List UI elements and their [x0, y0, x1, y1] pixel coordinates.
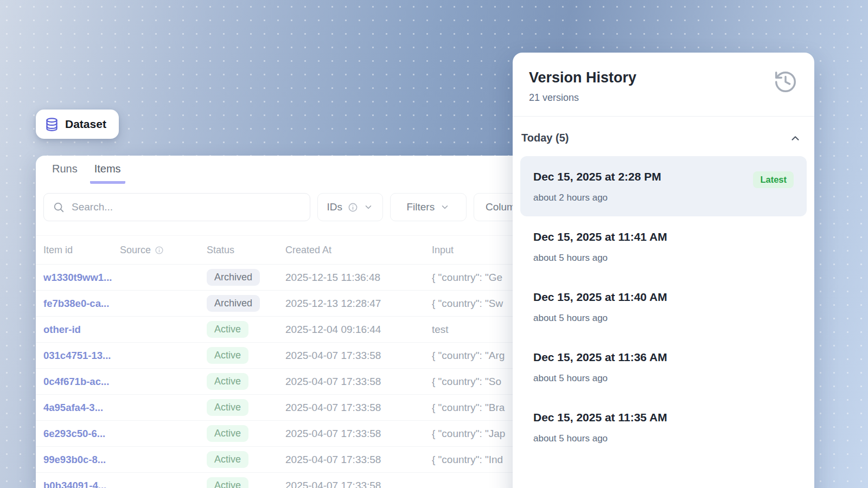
items-table: Item id Source Status Created At Input w… — [36, 235, 546, 488]
dataset-panel: Runs Items IDs — [36, 156, 546, 488]
table-row[interactable]: 4a95afa4-3... Active 2025-04-07 17:33:58… — [36, 394, 546, 420]
info-icon — [348, 202, 358, 213]
status-badge: Archived — [207, 295, 260, 312]
dataset-chip-label: Dataset — [65, 118, 106, 131]
version-entry[interactable]: Dec 15, 2025 at 11:40 AM about 5 hours a… — [520, 277, 807, 337]
item-id-link[interactable]: b0b34091-4... — [36, 480, 120, 488]
ids-dropdown-label: IDs — [327, 201, 343, 213]
version-relative-time: about 5 hours ago — [533, 373, 667, 384]
table-row[interactable]: 6e293c50-6... Active 2025-04-07 17:33:58… — [36, 420, 546, 446]
table-row[interactable]: fe7b38e0-ca... Archived 2025-12-13 12:28… — [36, 290, 546, 316]
table-row[interactable]: 0c4f671b-ac... Active 2025-04-07 17:33:5… — [36, 368, 546, 394]
filters-dropdown-label: Filters — [406, 201, 435, 213]
column-header-created-at: Created At — [285, 245, 432, 256]
latest-badge: Latest — [753, 171, 794, 188]
history-icon — [773, 69, 798, 94]
status-badge: Active — [207, 347, 248, 364]
version-group-label: Today (5) — [521, 132, 569, 144]
version-history-header: Version History 21 versions — [513, 53, 814, 117]
status-badge: Active — [207, 425, 248, 442]
status-badge: Active — [207, 373, 248, 390]
item-id-link[interactable]: 99e93b0c-8... — [36, 454, 120, 466]
item-id-link[interactable]: 4a95afa4-3... — [36, 402, 120, 414]
chevron-down-icon — [363, 202, 373, 212]
status-badge: Active — [207, 399, 248, 416]
item-id-link[interactable]: 031c4751-13... — [36, 350, 120, 362]
item-id-link[interactable]: 0c4f671b-ac... — [36, 376, 120, 388]
version-timestamp: Dec 15, 2025 at 11:40 AM — [533, 291, 667, 304]
version-group-today[interactable]: Today (5) — [513, 117, 814, 144]
search-box[interactable] — [43, 193, 310, 221]
created-at-value: 2025-04-07 17:33:58 — [285, 350, 432, 362]
created-at-value: 2025-04-07 17:33:58 — [285, 428, 432, 440]
version-relative-time: about 5 hours ago — [533, 253, 667, 264]
column-header-status: Status — [207, 245, 285, 256]
version-entry[interactable]: Dec 15, 2025 at 11:35 AM about 5 hours a… — [520, 397, 807, 457]
version-timestamp: Dec 15, 2025 at 11:41 AM — [533, 230, 667, 243]
dataset-chip: Dataset — [36, 110, 119, 139]
version-entry[interactable]: Dec 15, 2025 at 11:41 AM about 5 hours a… — [520, 216, 807, 277]
created-at-value: 2025-12-15 11:36:48 — [285, 272, 432, 284]
table-row[interactable]: 99e93b0c-8... Active 2025-04-07 17:33:58… — [36, 446, 546, 472]
table-row[interactable]: 031c4751-13... Active 2025-04-07 17:33:5… — [36, 342, 546, 368]
version-relative-time: about 5 hours ago — [533, 433, 667, 444]
item-id-link[interactable]: fe7b38e0-ca... — [36, 298, 120, 310]
status-badge: Archived — [207, 269, 260, 286]
item-id-link[interactable]: other-id — [36, 324, 120, 336]
version-count: 21 versions — [529, 92, 636, 104]
filters-dropdown[interactable]: Filters — [390, 193, 467, 221]
search-input[interactable] — [72, 201, 301, 213]
search-icon — [53, 201, 65, 213]
created-at-value: 2025-04-07 17:33:58 — [285, 376, 432, 388]
status-badge: Active — [207, 451, 248, 468]
version-timestamp: Dec 15, 2025 at 11:36 AM — [533, 351, 667, 364]
item-id-link[interactable]: 6e293c50-6... — [36, 428, 120, 440]
tab-bar: Runs Items — [36, 156, 546, 184]
tab-runs[interactable]: Runs — [48, 163, 82, 184]
table-row[interactable]: other-id Active 2025-12-04 09:16:44 test — [36, 316, 546, 342]
created-at-value: 2025-04-07 17:33:58 — [285, 454, 432, 466]
created-at-value: 2025-04-07 17:33:58 — [285, 480, 432, 488]
database-icon — [44, 117, 59, 132]
version-history-panel: Version History 21 versions Today (5) De… — [513, 53, 814, 488]
table-row[interactable]: w1330t9ww1... Archived 2025-12-15 11:36:… — [36, 264, 546, 290]
created-at-value: 2025-12-04 09:16:44 — [285, 324, 432, 336]
version-entry-list: Dec 15, 2025 at 2:28 PM about 2 hours ag… — [513, 144, 814, 457]
created-at-value: 2025-04-07 17:33:58 — [285, 402, 432, 414]
status-badge: Active — [207, 477, 248, 488]
toolbar: IDs Filters Columns — [36, 193, 546, 221]
version-timestamp: Dec 15, 2025 at 2:28 PM — [533, 170, 661, 183]
ids-dropdown[interactable]: IDs — [317, 193, 383, 221]
created-at-value: 2025-12-13 12:28:47 — [285, 298, 432, 310]
version-entry[interactable]: Dec 15, 2025 at 2:28 PM about 2 hours ag… — [520, 156, 807, 216]
version-history-title: Version History — [529, 69, 636, 86]
version-entry[interactable]: Dec 15, 2025 at 11:36 AM about 5 hours a… — [520, 337, 807, 397]
tab-items[interactable]: Items — [90, 163, 125, 184]
table-header: Item id Source Status Created At Input — [36, 235, 546, 264]
item-id-link[interactable]: w1330t9ww1... — [36, 272, 120, 284]
column-header-item-id: Item id — [36, 245, 120, 256]
version-relative-time: about 5 hours ago — [533, 313, 667, 324]
chevron-up-icon[interactable] — [789, 132, 801, 144]
column-header-source: Source — [120, 245, 207, 256]
status-badge: Active — [207, 321, 248, 338]
version-relative-time: about 2 hours ago — [533, 192, 661, 203]
chevron-down-icon — [440, 202, 450, 212]
table-row[interactable]: b0b34091-4... Active 2025-04-07 17:33:58 — [36, 472, 546, 488]
version-timestamp: Dec 15, 2025 at 11:35 AM — [533, 411, 667, 424]
info-icon — [155, 246, 164, 255]
